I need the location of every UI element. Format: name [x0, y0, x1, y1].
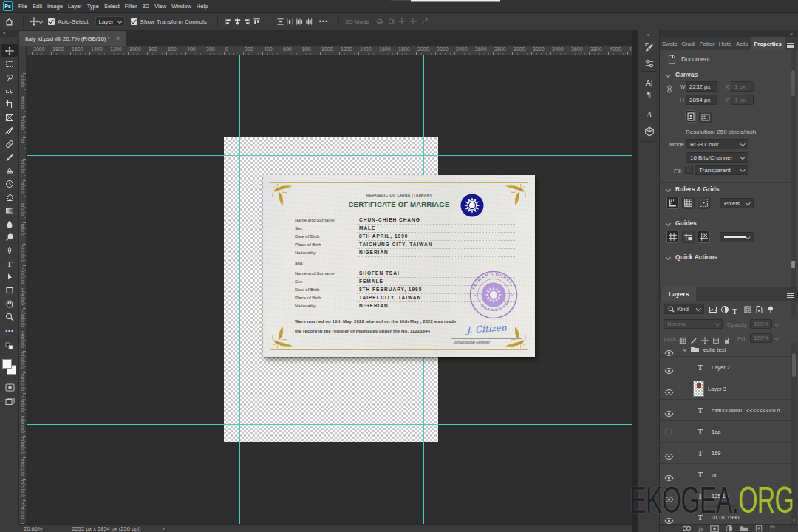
- home-icon[interactable]: [4, 17, 14, 27]
- guides-lock-button[interactable]: [682, 231, 695, 243]
- new-layer-icon[interactable]: [755, 525, 763, 532]
- delete-layer-icon[interactable]: [769, 525, 776, 532]
- layer-mask-icon[interactable]: [710, 525, 719, 532]
- layer-filter-kind-select[interactable]: Kind: [664, 304, 704, 314]
- filter-type-icon[interactable]: T: [732, 304, 742, 314]
- guides-clear-button[interactable]: [698, 231, 710, 243]
- guide-horizontal[interactable]: [27, 424, 632, 425]
- eye-icon[interactable]: [664, 471, 674, 478]
- eye-icon[interactable]: [664, 407, 674, 414]
- dock-paragraph-panel-icon[interactable]: ¶: [638, 87, 660, 102]
- layers-tab[interactable]: Layers: [661, 287, 696, 301]
- certificate-artwork[interactable]: REPUBLIC OF CHINA (TAIWAN) CERTIFICATE O…: [263, 175, 535, 357]
- align-right-icon[interactable]: [243, 18, 251, 26]
- auto-select-checkbox[interactable]: [48, 18, 55, 25]
- link-layers-icon[interactable]: [682, 525, 692, 531]
- menu-select[interactable]: Select: [104, 3, 120, 10]
- rectangle-tool[interactable]: [1, 284, 18, 296]
- panel-tab-actio[interactable]: Actio: [734, 37, 751, 50]
- menu-file[interactable]: File: [18, 3, 27, 10]
- layer-row[interactable]: Tcita0000000...<<<<<<<<0 d: [660, 400, 793, 421]
- link-dims-icon[interactable]: [666, 81, 672, 100]
- lock-position-icon[interactable]: [701, 334, 709, 343]
- section-chevron-icon[interactable]: [666, 72, 671, 78]
- eye-off-checkbox[interactable]: [665, 429, 672, 435]
- type-tool[interactable]: T: [1, 257, 18, 270]
- blur-tool[interactable]: [1, 217, 18, 230]
- new-group-icon[interactable]: [740, 525, 748, 532]
- layer-row[interactable]: edite text: [660, 343, 793, 357]
- menu-image[interactable]: Image: [47, 3, 63, 10]
- document-row[interactable]: Document: [660, 50, 798, 68]
- marquee-tool[interactable]: [1, 58, 18, 70]
- zoom-level[interactable]: 20.66%: [24, 525, 42, 532]
- menu-edit[interactable]: Edit: [33, 3, 42, 10]
- group-expand-chevron-icon[interactable]: [683, 347, 687, 352]
- eye-icon[interactable]: [664, 450, 674, 457]
- rulers-toggle-button[interactable]: [666, 197, 679, 209]
- eye-icon[interactable]: [664, 386, 674, 392]
- grid-toggle-button[interactable]: [682, 197, 695, 209]
- h-input[interactable]: 2854 px: [686, 95, 717, 105]
- toolbar-more-icon[interactable]: •••: [1, 324, 18, 337]
- scrollbar-thumb[interactable]: [791, 70, 795, 96]
- lock-all-icon[interactable]: [723, 334, 732, 343]
- dock-glyphs-panel-icon[interactable]: A: [638, 107, 660, 122]
- bit-depth-select[interactable]: 16 Bits/Channel: [686, 152, 748, 163]
- more-options-icon[interactable]: •••: [319, 18, 328, 25]
- close-tab-icon[interactable]: ×: [116, 35, 120, 42]
- hand-tool[interactable]: [1, 297, 18, 310]
- dock-expand-icon[interactable]: »: [638, 30, 660, 39]
- distribute-v-icon[interactable]: [276, 18, 284, 26]
- menu-window[interactable]: Window: [171, 3, 191, 10]
- default-colors-icon[interactable]: [1, 340, 18, 352]
- adjustment-layer-icon[interactable]: [726, 525, 733, 532]
- document-tab[interactable]: Italy id.psd @ 20.7% (RGB/16) * ×: [19, 31, 126, 46]
- menu-3d[interactable]: 3D: [142, 3, 149, 10]
- units-select[interactable]: Pixels: [720, 198, 754, 208]
- dock-adjustments-icon[interactable]: [638, 56, 660, 71]
- healing-brush-tool[interactable]: [1, 137, 18, 150]
- zoom-tool[interactable]: [1, 310, 18, 323]
- photoshop-logo-icon[interactable]: Ps: [3, 1, 13, 11]
- clone-stamp-tool[interactable]: [1, 164, 18, 177]
- lasso-tool[interactable]: [1, 71, 18, 83]
- layer-row[interactable]: Layer 3: [660, 378, 793, 400]
- section-chevron-icon[interactable]: [666, 255, 671, 260]
- show-transform-checkbox[interactable]: [131, 18, 137, 25]
- gradient-tool[interactable]: [1, 204, 18, 216]
- eye-icon[interactable]: [664, 347, 674, 353]
- lock-transparent-icon[interactable]: [679, 334, 687, 343]
- menu-view[interactable]: View: [154, 3, 166, 10]
- panel-tab-properties[interactable]: Properties: [751, 37, 785, 50]
- lock-artboard-icon[interactable]: [712, 334, 720, 343]
- guides-toggle-button[interactable]: [666, 231, 679, 243]
- guide-style-select[interactable]: [720, 232, 754, 242]
- layer-row[interactable]: TLayer 2: [660, 357, 793, 378]
- dodge-tool[interactable]: [1, 231, 18, 243]
- object-selection-tool[interactable]: [1, 84, 18, 97]
- filter-frame-icon[interactable]: [743, 304, 753, 314]
- frame-tool[interactable]: [1, 111, 18, 123]
- layer-effects-icon[interactable]: fx: [698, 525, 703, 532]
- layer-row[interactable]: T1aa: [660, 421, 793, 443]
- screen-mode-icon[interactable]: [1, 395, 18, 408]
- guide-vertical[interactable]: [239, 55, 240, 524]
- toolbar-collapse-button[interactable]: »: [0, 30, 19, 37]
- fill-select[interactable]: Transparent: [695, 165, 748, 175]
- filter-adjust-icon[interactable]: [720, 304, 730, 314]
- align-center-h-icon[interactable]: [233, 18, 242, 26]
- distribute-h-icon[interactable]: [286, 18, 294, 26]
- layer-row[interactable]: T169: [660, 443, 793, 464]
- scrollbar-thumb2[interactable]: [791, 261, 795, 268]
- panel-menu-icon[interactable]: [787, 42, 794, 50]
- w-input[interactable]: 2232 px: [686, 81, 717, 92]
- dock-3d-panel-icon[interactable]: [638, 124, 660, 139]
- layer-thumbnail[interactable]: [693, 381, 704, 397]
- orientation-portrait-button[interactable]: [685, 110, 696, 123]
- filter-smartobject-icon[interactable]: [754, 304, 764, 314]
- path-selection-tool[interactable]: [1, 270, 18, 283]
- move-tool-icon[interactable]: [30, 17, 38, 26]
- lock-pixels-icon[interactable]: [690, 334, 698, 343]
- fill-swatch[interactable]: [685, 166, 693, 174]
